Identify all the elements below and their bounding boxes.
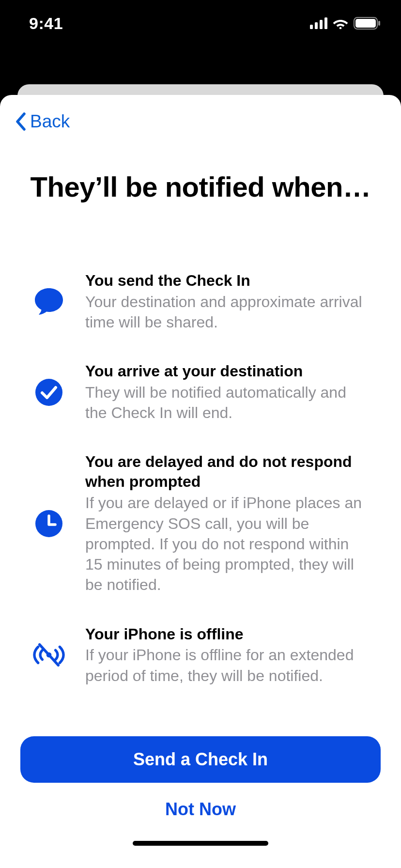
svg-rect-2 xyxy=(320,20,323,29)
svg-point-8 xyxy=(35,379,62,406)
footer: Send a Check In Not Now xyxy=(0,736,401,868)
item-desc: If your iPhone is offline for an extende… xyxy=(85,645,368,685)
item-desc: They will be notified automatically and … xyxy=(85,382,368,423)
status-indicators xyxy=(310,17,381,30)
svg-rect-3 xyxy=(324,17,327,29)
offline-icon xyxy=(33,642,65,668)
back-label: Back xyxy=(30,111,70,132)
send-check-in-button[interactable]: Send a Check In xyxy=(20,736,381,783)
clock-circle-icon xyxy=(33,510,65,538)
chevron-left-icon xyxy=(14,112,27,131)
list-item: Your iPhone is offline If your iPhone is… xyxy=(33,624,368,686)
sheet: Back They’ll be notified when… You send … xyxy=(0,95,401,868)
svg-rect-6 xyxy=(355,19,376,28)
chat-bubble-icon xyxy=(33,287,65,315)
list-item: You arrive at your destination They will… xyxy=(33,361,368,423)
item-title: Your iPhone is offline xyxy=(85,624,368,644)
cellular-icon xyxy=(310,17,327,29)
status-time: 9:41 xyxy=(29,14,63,33)
home-indicator[interactable] xyxy=(133,841,268,846)
item-desc: If you are delayed or if iPhone places a… xyxy=(85,493,368,595)
svg-rect-0 xyxy=(310,25,313,29)
not-now-button[interactable]: Not Now xyxy=(20,799,381,820)
battery-icon xyxy=(354,17,381,30)
list-item: You send the Check In Your destination a… xyxy=(33,271,368,332)
item-title: You are delayed and do not respond when … xyxy=(85,452,368,492)
svg-line-11 xyxy=(40,645,59,666)
wifi-icon xyxy=(332,17,349,29)
item-desc: Your destination and approximate arrival… xyxy=(85,292,368,332)
svg-rect-1 xyxy=(315,22,318,29)
nav-bar: Back xyxy=(0,95,401,133)
list-item: You are delayed and do not respond when … xyxy=(33,452,368,595)
back-button[interactable]: Back xyxy=(14,111,70,132)
checkmark-circle-icon xyxy=(33,378,65,406)
svg-rect-7 xyxy=(378,21,380,26)
item-title: You send the Check In xyxy=(85,271,368,291)
notification-scenarios: You send the Check In Your destination a… xyxy=(0,271,401,686)
svg-point-4 xyxy=(339,27,342,29)
item-title: You arrive at your destination xyxy=(85,361,368,381)
page-title: They’ll be notified when… xyxy=(0,170,401,204)
status-bar: 9:41 xyxy=(0,0,401,46)
